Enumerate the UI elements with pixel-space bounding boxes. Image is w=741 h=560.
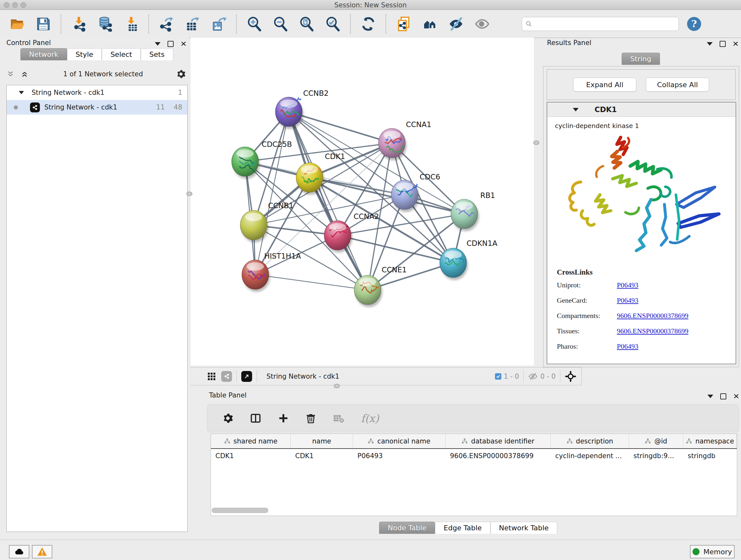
collapse-all-icon[interactable] [6, 70, 15, 78]
column-type-icon [566, 438, 573, 444]
float-panel-icon[interactable] [720, 393, 726, 399]
column-header-description[interactable]: description [551, 434, 629, 448]
collapse-section-icon[interactable] [573, 108, 579, 111]
tab-sets[interactable]: Sets [141, 48, 173, 60]
network-edge[interactable] [310, 178, 464, 214]
network-node-RB1[interactable] [451, 199, 479, 231]
network-edge[interactable] [255, 274, 367, 290]
network-edge[interactable] [255, 112, 289, 274]
collection-expand-icon[interactable] [19, 91, 24, 94]
grid-view-icon[interactable] [207, 372, 216, 381]
network-row[interactable]: String Network - cdk1 11 48 [7, 100, 187, 115]
right-splitter-handle[interactable] [533, 140, 539, 145]
float-panel-icon[interactable] [167, 41, 174, 47]
expand-all-icon[interactable] [20, 70, 29, 78]
table-cell[interactable]: CDK1 [291, 452, 353, 460]
column-header-namespace[interactable]: namespace [683, 434, 737, 448]
network-node-CCNB2[interactable] [275, 97, 304, 129]
panel-menu-icon[interactable] [708, 395, 713, 398]
float-panel-icon[interactable] [720, 41, 726, 47]
column-header-database-identifier[interactable]: database identifier [446, 434, 551, 448]
table-cell[interactable]: P06493 [353, 452, 446, 460]
left-splitter-handle[interactable] [186, 192, 192, 196]
network-collection-row[interactable]: String Network - cdk1 1 [7, 85, 187, 100]
selected-checkbox-icon[interactable] [495, 373, 501, 380]
network-type-icon [30, 103, 40, 112]
table-cell[interactable]: CDK1 [211, 452, 291, 460]
crosslink-link[interactable]: 9606.ENSP00000378699 [617, 327, 688, 335]
close-panel-icon[interactable]: ✕ [180, 42, 187, 47]
network-node-CCNA1[interactable] [379, 128, 407, 160]
warnings-button[interactable] [32, 545, 52, 558]
cloud-status-button[interactable] [9, 545, 29, 558]
tab-network[interactable]: Network [20, 48, 67, 60]
crosslink-link[interactable]: P06493 [617, 342, 638, 351]
apply-layout-button[interactable] [360, 16, 377, 32]
zoom-in-button[interactable] [246, 16, 263, 32]
network-node-CDC25B[interactable] [232, 147, 260, 179]
search-input[interactable] [533, 20, 675, 28]
birdseye-view-icon[interactable] [241, 371, 252, 382]
export-table-button[interactable] [185, 16, 201, 32]
fit-content-crosshair-icon[interactable] [565, 371, 576, 382]
close-panel-icon[interactable]: ✕ [732, 42, 739, 47]
collapse-all-button[interactable]: Collapse All [646, 78, 709, 91]
network-node-CDK1[interactable] [296, 163, 324, 195]
copy-network-button[interactable] [395, 16, 412, 32]
table-cell[interactable]: 9606.ENSP00000378699 [446, 452, 551, 460]
gene-section-header[interactable]: CDK1 [547, 103, 736, 117]
crosslink-link[interactable]: P06493 [617, 281, 638, 289]
column-header-shared-name[interactable]: shared name [211, 434, 291, 448]
tab-edge-table[interactable]: Edge Table [435, 522, 490, 534]
help-button[interactable]: ? [687, 17, 701, 31]
tab-node-table[interactable]: Node Table [379, 522, 435, 534]
export-network-button[interactable] [158, 16, 175, 32]
tab-network-table[interactable]: Network Table [490, 522, 557, 534]
tab-style[interactable]: Style [67, 48, 102, 60]
tab-select[interactable]: Select [102, 48, 141, 60]
hide-selected-button[interactable] [448, 16, 464, 32]
expand-all-button[interactable]: Expand All [573, 78, 636, 91]
panel-menu-icon[interactable] [155, 42, 160, 46]
crosslink-link[interactable]: 9606.ENSP00000378699 [617, 312, 688, 320]
table-row[interactable]: CDK1CDK1P064939606.ENSP00000378699cyclin… [211, 449, 737, 463]
panel-menu-icon[interactable] [707, 42, 713, 46]
column-header-@id[interactable]: @id [629, 434, 683, 448]
network-options-gear-icon[interactable] [176, 69, 186, 79]
table-horizontal-scrollbar[interactable] [212, 508, 268, 513]
show-all-networks-button[interactable] [421, 16, 438, 32]
bottom-splitter-handle[interactable] [334, 384, 340, 388]
open-session-button[interactable] [9, 16, 25, 32]
column-header-canonical-name[interactable]: canonical name [353, 434, 446, 448]
share-view-icon[interactable] [221, 371, 232, 382]
close-panel-icon[interactable]: ✕ [733, 394, 739, 399]
table-options-gear-icon[interactable] [222, 413, 233, 424]
zoom-fit-button[interactable] [298, 16, 315, 32]
table-cell[interactable]: stringdb [683, 452, 737, 460]
network-canvas[interactable]: CCNB2 CCNA1 CDC25B CDK1 CDC6 RB1 CCNB1 C… [191, 38, 534, 366]
zoom-selected-button[interactable] [325, 16, 341, 32]
table-cell[interactable]: stringdb:9... [629, 452, 683, 460]
memory-button[interactable]: Memory [690, 545, 735, 558]
column-header-name[interactable]: name [291, 434, 353, 448]
import-network-from-database-button[interactable] [97, 16, 113, 32]
import-table-button[interactable] [123, 16, 139, 32]
network-edge[interactable] [289, 112, 392, 143]
network-node-CDKN1A[interactable] [440, 248, 468, 280]
export-image-button[interactable] [211, 16, 227, 32]
add-column-icon[interactable] [278, 413, 289, 424]
save-session-button[interactable] [35, 16, 52, 32]
show-columns-icon[interactable] [250, 413, 261, 424]
crosslink-link[interactable]: P06493 [617, 296, 638, 305]
network-node-CCNA2[interactable] [324, 221, 352, 253]
tab-string[interactable]: String [622, 53, 660, 65]
node-table[interactable]: shared namenamecanonical namedatabase id… [211, 434, 737, 516]
show-hidden-button[interactable] [474, 16, 490, 32]
table-cell[interactable]: cyclin-dependent ... [551, 452, 629, 460]
network-edge[interactable] [289, 112, 464, 214]
import-network-file-button[interactable] [71, 16, 87, 32]
zoom-out-button[interactable] [272, 16, 289, 32]
network-node-CCNE1[interactable] [354, 275, 382, 307]
delete-column-icon[interactable] [306, 413, 316, 424]
network-edge[interactable] [289, 112, 367, 290]
